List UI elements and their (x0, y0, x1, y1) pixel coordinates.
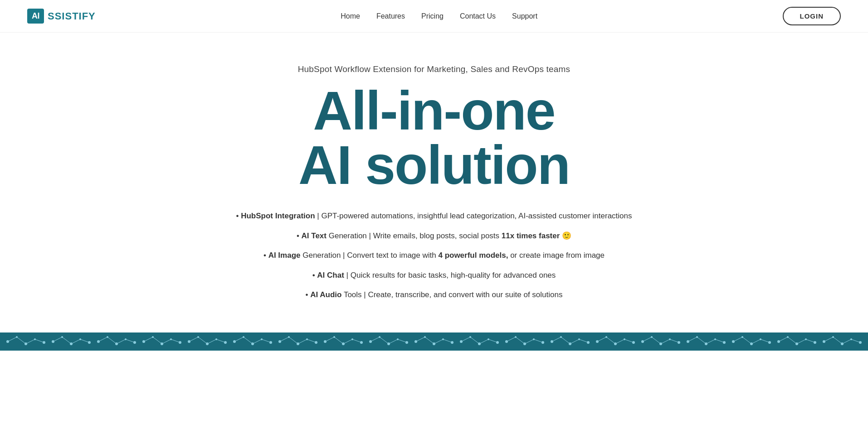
feature-ai-text-extra-bold: 11x times faster (502, 231, 560, 240)
svg-point-14 (566, 337, 568, 340)
feature-ai-text-bold: AI Text (302, 231, 327, 240)
svg-line-27 (272, 339, 308, 344)
feature-ai-image-rest: Generation | Convert text to image with (301, 251, 439, 260)
feature-ai-image-prefix: • (263, 251, 268, 260)
svg-line-31 (435, 337, 481, 343)
svg-line-33 (522, 339, 567, 345)
feature-hubspot-sep: | (315, 212, 322, 220)
feature-ai-image-rest2: or create image from image (508, 251, 605, 260)
feature-ai-image: • AI Image Generation | Convert text to … (236, 250, 632, 261)
svg-point-15 (610, 341, 614, 344)
svg-point-20 (838, 337, 840, 339)
feature-ai-audio-prefix: • (306, 290, 311, 299)
hero-title: All-in-one AI solution (298, 83, 570, 206)
hero-title-line2: AI solution (298, 138, 570, 192)
svg-point-2 (67, 336, 69, 338)
login-button[interactable]: LOGIN (783, 7, 841, 25)
svg-point-16 (656, 335, 659, 337)
svg-line-30 (399, 341, 435, 343)
svg-line-36 (658, 336, 703, 344)
svg-point-18 (747, 338, 750, 341)
svg-line-23 (100, 338, 150, 345)
svg-point-1 (21, 340, 24, 343)
svg-point-8 (307, 338, 310, 341)
svg-point-10 (398, 339, 400, 342)
hero-title-line1: All-in-one (298, 83, 570, 138)
svg-line-29 (354, 341, 399, 346)
svg-line-24 (150, 338, 181, 342)
hero-features: • HubSpot Integration | GPT-powered auto… (236, 210, 632, 301)
svg-line-22 (68, 337, 100, 345)
navbar: AI SSISTIFY Home Features Pricing Contac… (0, 0, 868, 33)
hero-section: HubSpot Workflow Extension for Marketing… (0, 33, 868, 319)
feature-hubspot: • HubSpot Integration | GPT-powered auto… (236, 210, 632, 222)
svg-line-35 (612, 336, 658, 342)
svg-point-19 (792, 344, 795, 348)
feature-ai-chat-bold: AI Chat (317, 271, 344, 279)
nav-features[interactable]: Features (376, 12, 405, 20)
svg-line-26 (227, 336, 272, 344)
feature-ai-text-emoji: 🙂 (560, 231, 571, 240)
logo-text: SSISTIFY (48, 10, 96, 22)
svg-point-13 (520, 343, 523, 347)
svg-point-3 (98, 343, 102, 347)
feature-ai-image-extra-bold: 4 powerful models, (438, 251, 508, 260)
feature-hubspot-bold: HubSpot Integration (241, 212, 315, 220)
svg-line-38 (748, 340, 794, 346)
svg-point-9 (352, 344, 356, 348)
svg-point-12 (479, 336, 482, 338)
nav-contact[interactable]: Contact Us (460, 12, 496, 20)
feature-ai-chat-prefix: • (312, 271, 317, 279)
svg-line-39 (794, 338, 839, 346)
feature-ai-audio: • AI Audio Tools | Create, transcribe, a… (236, 289, 632, 301)
logo-box: AI (27, 9, 44, 24)
feature-ai-audio-rest: Tools | Create, transcribe, and convert … (341, 290, 562, 299)
logo-link[interactable]: AI SSISTIFY (27, 9, 96, 24)
feature-ai-audio-bold: AI Audio (310, 290, 341, 299)
nav-links: Home Features Pricing Contact Us Support (341, 12, 537, 20)
svg-line-32 (481, 337, 522, 345)
nav-pricing[interactable]: Pricing (421, 12, 444, 20)
nav-support[interactable]: Support (512, 12, 537, 20)
svg-line-28 (308, 339, 354, 346)
svg-rect-0 (0, 332, 868, 351)
svg-point-6 (225, 335, 228, 337)
svg-line-25 (181, 336, 227, 342)
svg-line-37 (703, 340, 748, 344)
feature-ai-chat: • AI Chat | Quick results for basic task… (236, 270, 632, 281)
feature-ai-chat-rest: | Quick results for basic tasks, high-qu… (344, 271, 556, 279)
nav-home[interactable]: Home (341, 12, 360, 20)
feature-hubspot-prefix: • (236, 212, 241, 220)
svg-point-11 (433, 341, 438, 346)
svg-line-34 (567, 339, 612, 342)
circuit-strip (0, 332, 868, 351)
svg-point-5 (179, 340, 184, 345)
feature-ai-text-prefix: • (297, 231, 302, 240)
feature-ai-image-bold: AI Image (268, 251, 301, 260)
hero-subtitle: HubSpot Workflow Extension for Marketing… (298, 64, 571, 74)
feature-ai-text: • AI Text Generation | Write emails, blo… (236, 230, 632, 242)
svg-point-4 (148, 337, 151, 339)
feature-hubspot-rest: GPT-powered automations, insightful lead… (321, 212, 632, 220)
svg-point-17 (701, 342, 705, 346)
feature-ai-text-rest: Generation | Write emails, blog posts, s… (327, 231, 502, 240)
svg-point-7 (270, 342, 274, 346)
svg-line-21 (23, 337, 68, 342)
